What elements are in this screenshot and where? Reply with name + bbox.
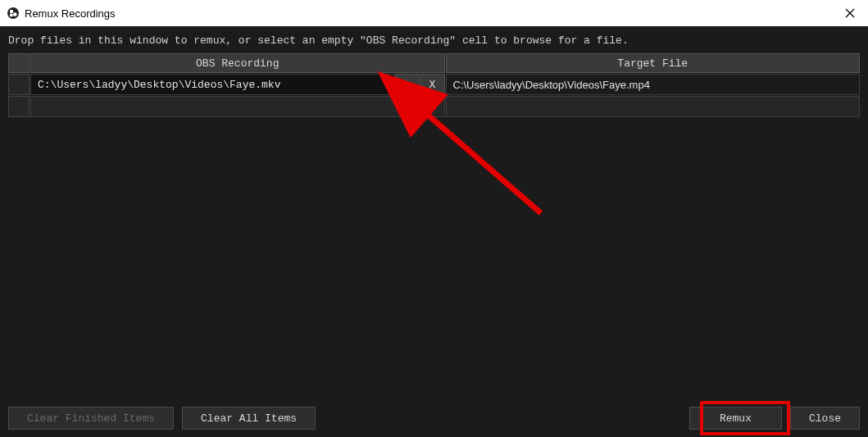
app-body: Drop files in this window to remux, or s… <box>0 26 868 437</box>
svg-point-0 <box>7 7 19 19</box>
window-title: Remux Recordings <box>25 7 116 20</box>
svg-point-1 <box>10 10 13 13</box>
header-target: Target File <box>446 53 861 73</box>
source-path-input[interactable]: C:\Users\ladyy\Desktop\Videos\Faye.mkv <box>30 74 394 95</box>
source-cell-empty[interactable] <box>30 96 445 117</box>
header-corner <box>8 53 30 73</box>
close-icon <box>845 8 855 18</box>
row-checkbox[interactable] <box>8 74 30 95</box>
clear-finished-button: Clear Finished Items <box>8 407 174 430</box>
source-path-empty[interactable] <box>30 96 445 117</box>
clear-all-button[interactable]: Clear All Items <box>182 407 316 430</box>
close-button[interactable]: Close <box>790 407 860 430</box>
remux-button[interactable]: Remux <box>689 407 782 430</box>
row-checkbox-empty[interactable] <box>8 96 30 117</box>
svg-point-3 <box>10 14 13 17</box>
footer: Clear Finished Items Clear All Items Rem… <box>0 399 868 437</box>
target-path-empty[interactable] <box>446 96 861 117</box>
target-path-input[interactable]: C:\Users\ladyy\Desktop\Videos\Faye.mp4 <box>446 74 861 95</box>
svg-point-2 <box>13 12 17 16</box>
app-icon <box>7 7 20 20</box>
source-cell: C:\Users\ladyy\Desktop\Videos\Faye.mkv .… <box>30 74 445 95</box>
titlebar-left: Remux Recordings <box>7 7 116 20</box>
header-source: OBS Recording <box>30 53 445 73</box>
browse-button[interactable]: ... <box>395 74 420 95</box>
drop-hint: Drop files in this window to remux, or s… <box>0 26 868 53</box>
titlebar: Remux Recordings <box>0 0 868 26</box>
file-table: OBS Recording Target File C:\Users\ladyy… <box>0 53 868 399</box>
remove-row-button[interactable]: X <box>420 74 445 95</box>
window-close-button[interactable] <box>831 0 868 26</box>
